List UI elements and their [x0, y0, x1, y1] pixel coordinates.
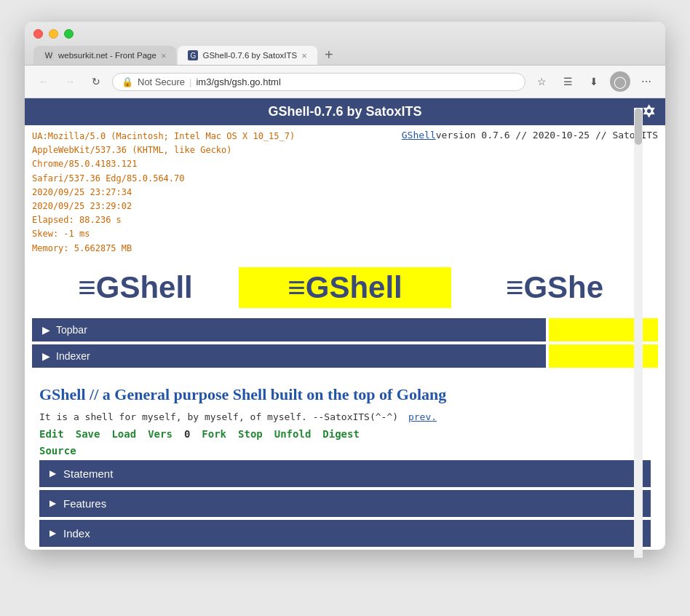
logo-3: ≡GShe	[506, 270, 603, 305]
topbar-section-row: ▶ Topbar	[32, 318, 658, 341]
tab-favicon-websurkit: W	[44, 50, 54, 60]
page-header: GShell-0.7.6 by SatoxITS ✡	[25, 98, 665, 125]
browser-window: W websurkit.net - Front Page × G GShell-…	[25, 22, 665, 550]
ts1: 2020/09/25 23:27:34	[32, 186, 334, 200]
description-text: It is a shell for myself, by myself, of …	[39, 411, 398, 422]
logo-box-2: ≡GShell	[239, 267, 451, 308]
logo-1: ≡GShell	[78, 270, 193, 305]
accordion-label-index: Index	[63, 527, 90, 540]
bookmark-button[interactable]: ☆	[531, 71, 552, 92]
star-icon: ✡	[642, 103, 655, 122]
action-row: Edit Save Load Vers 0 Fork Stop Unfold D…	[39, 428, 651, 440]
minimize-button[interactable]	[49, 29, 58, 39]
tab-label-gshell: GShell-0.7.6 by SatoxITS	[202, 51, 297, 60]
back-button[interactable]: ←	[33, 71, 54, 92]
description: It is a shell for myself, by myself, of …	[39, 411, 651, 422]
topbar-button[interactable]: ▶ Topbar	[32, 318, 546, 341]
elapsed: Elapsed: 88.236 s	[32, 213, 334, 227]
separator: |	[189, 76, 191, 87]
tab-close-websurkit[interactable]: ×	[161, 51, 167, 60]
unfold-button[interactable]: Unfold	[274, 428, 312, 440]
download-button[interactable]: ⬇	[584, 71, 604, 92]
lock-icon: 🔒	[122, 76, 133, 87]
accordion-label-features: Features	[63, 497, 106, 510]
nav-bar: ← → ↻ 🔒 Not Secure | im3/gsh/gsh.go.html…	[25, 66, 665, 98]
header-title-text: GShell-0.7.6 by SatoxITS	[268, 104, 421, 119]
version-text: version 0.7.6 // 2020-10-25 // SatoxITS	[436, 130, 658, 141]
fork-button[interactable]: Fork	[202, 428, 226, 440]
accordion-arrow-statement: ▶	[49, 468, 56, 478]
logo-box-1: ≡GShell	[32, 270, 239, 305]
tab-favicon-gshell: G	[188, 50, 198, 60]
tab-label-websurkit: websurkit.net - Front Page	[58, 51, 156, 60]
stop-button[interactable]: Stop	[238, 428, 263, 440]
page-header-title: GShell-0.7.6 by SatoxITS ✡	[25, 98, 665, 125]
indexer-arrow: ▶	[42, 350, 50, 362]
new-tab-button[interactable]: +	[319, 44, 339, 65]
accordion-arrow-features: ▶	[49, 498, 56, 508]
source-button[interactable]: Source	[39, 445, 76, 457]
load-button[interactable]: Load	[111, 428, 136, 440]
indexer-button[interactable]: ▶ Indexer	[32, 344, 546, 368]
indexer-label: Indexer	[56, 350, 90, 362]
scrollbar-thumb[interactable]	[635, 108, 642, 145]
accordion-statement[interactable]: ▶ Statement	[39, 460, 651, 487]
tab-gshell[interactable]: G GShell-0.7.6 by SatoxITS ×	[178, 46, 317, 65]
accordion-features[interactable]: ▶ Features	[39, 490, 651, 517]
ua-info: UA:Mozilla/5.0 (Macintosh; Intel Mac OS …	[25, 125, 341, 260]
digest-button[interactable]: Digest	[322, 428, 360, 440]
scrollbar-track	[634, 108, 643, 550]
logo-box-3: ≡GShe	[451, 270, 658, 305]
address-bar[interactable]: 🔒 Not Secure | im3/gsh/gsh.go.html	[112, 73, 526, 91]
reload-button[interactable]: ↻	[86, 71, 106, 92]
indexer-section-row: ▶ Indexer	[32, 344, 658, 368]
ua-line1: UA:Mozilla/5.0 (Macintosh; Intel Mac OS …	[32, 130, 334, 172]
maximize-button[interactable]	[64, 29, 74, 39]
vers-button[interactable]: Vers	[148, 428, 172, 440]
ua-timestamps: UA:Mozilla/5.0 (Macintosh; Intel Mac OS …	[25, 125, 341, 260]
main-title: GShell // a General purpose Shell built …	[39, 385, 651, 404]
skew: Skew: -1 ms	[32, 227, 334, 241]
gshell-link[interactable]: GShell	[402, 130, 436, 141]
more-button[interactable]: ⋯	[636, 71, 657, 92]
accordion-index[interactable]: ▶ Index	[39, 520, 651, 547]
profile-button[interactable]: ◯	[610, 71, 630, 92]
tab-websurkit[interactable]: W websurkit.net - Front Page ×	[33, 46, 176, 65]
tab-close-gshell[interactable]: ×	[301, 51, 307, 60]
info-row: UA:Mozilla/5.0 (Macintosh; Intel Mac OS …	[25, 125, 665, 260]
prev-link[interactable]: prev.	[408, 411, 437, 422]
close-button[interactable]	[33, 29, 43, 39]
accordion-arrow-index: ▶	[49, 528, 56, 538]
source-row: Source	[39, 444, 651, 457]
page-content: GShell-0.7.6 by SatoxITS ✡ UA:Mozilla/5.…	[25, 98, 665, 550]
vers-num: 0	[184, 428, 190, 440]
topbar-arrow: ▶	[42, 324, 50, 336]
logo-2: ≡GShell	[288, 270, 402, 305]
tabs-row: W websurkit.net - Front Page × G GShell-…	[33, 44, 657, 65]
memory: Memory: 5.662875 MB	[32, 242, 334, 256]
logo-row: ≡GShell ≡GShell ≡GShe	[25, 260, 665, 315]
forward-button[interactable]: →	[60, 71, 80, 92]
topbar-label: Topbar	[56, 324, 87, 336]
main-content: GShell // a General purpose Shell built …	[25, 371, 665, 550]
save-button[interactable]: Save	[76, 428, 100, 440]
accordion-label-statement: Statement	[63, 467, 113, 480]
url-text: im3/gsh/gsh.go.html	[196, 76, 280, 87]
not-secure-label: Not Secure	[138, 76, 185, 87]
edit-button[interactable]: Edit	[39, 428, 64, 440]
title-bar: W websurkit.net - Front Page × G GShell-…	[25, 22, 665, 66]
ts2: 2020/09/25 23:29:02	[32, 200, 334, 213]
ua-line2: Safari/537.36 Edg/85.0.564.70	[32, 172, 334, 186]
reading-button[interactable]: ☰	[558, 71, 578, 92]
version-row: GShell version 0.7.6 // 2020-10-25 // Sa…	[341, 125, 665, 141]
traffic-lights	[33, 29, 657, 39]
